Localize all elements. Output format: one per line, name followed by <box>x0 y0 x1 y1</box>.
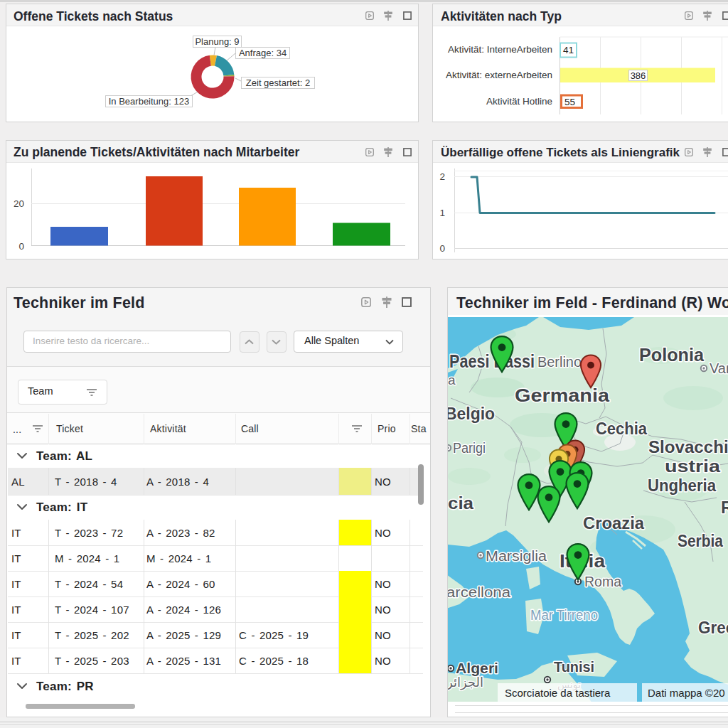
svg-text:Cechia: Cechia <box>596 419 648 438</box>
svg-text:الجزائر: الجزائر <box>448 675 483 690</box>
svg-text:Marsiglia: Marsiglia <box>486 548 547 564</box>
svg-text:Mar Tirreno: Mar Tirreno <box>530 607 598 623</box>
svg-text:Grecia: Grecia <box>698 618 728 637</box>
svg-text:Dati mappa ©20: Dati mappa ©20 <box>648 687 725 699</box>
svg-text:Ungheria: Ungheria <box>648 476 717 495</box>
svg-text:Algeri: Algeri <box>456 660 498 676</box>
svg-text:Croazia: Croazia <box>583 513 645 532</box>
svg-text:a: a <box>448 373 456 387</box>
svg-text:Parigi: Parigi <box>453 440 486 456</box>
svg-text:Ro: Ro <box>721 498 728 517</box>
svg-text:Roma: Roma <box>584 574 622 589</box>
svg-text:Germania: Germania <box>515 385 610 406</box>
svg-text:cia: cia <box>448 493 474 513</box>
svg-text:Berlino: Berlino <box>537 354 582 370</box>
svg-text:Serbia: Serbia <box>678 531 724 550</box>
svg-text:Scorciatoie da tastiera: Scorciatoie da tastiera <box>505 687 611 699</box>
svg-text:Polonia: Polonia <box>639 344 705 365</box>
svg-text:Tunisi: Tunisi <box>554 658 594 675</box>
svg-text:Varsa: Varsa <box>710 360 728 376</box>
svg-text:arcellona: arcellona <box>448 584 511 600</box>
svg-text:Slovacchia: Slovacchia <box>648 437 728 456</box>
svg-text:Belgio: Belgio <box>448 404 495 423</box>
svg-text:ustria: ustria <box>665 456 721 476</box>
